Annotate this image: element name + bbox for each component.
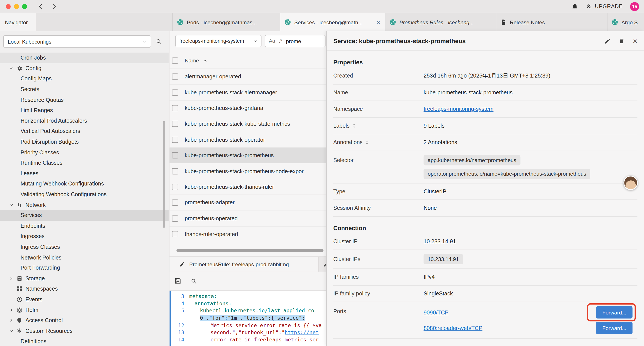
namespace-selector[interactable]: freeleaps-monitoring-system — [175, 35, 262, 47]
chevron-down-icon — [9, 329, 16, 333]
table-row[interactable]: kube-prometheus-stack-prometheus — [170, 148, 326, 164]
sidebar-item-definitions[interactable]: Definitions — [0, 336, 169, 346]
table-row[interactable]: kube-prometheus-stack-alertmanager — [170, 85, 326, 100]
sidebar-item-config-maps[interactable]: Config Maps — [0, 74, 169, 84]
close-icon[interactable]: × — [376, 19, 381, 26]
edit-icon[interactable] — [604, 37, 611, 44]
dock-tab-partial[interactable] — [318, 257, 326, 272]
sort-icon[interactable] — [352, 123, 356, 128]
trash-icon[interactable] — [618, 37, 625, 44]
search-icon[interactable] — [190, 278, 197, 284]
notification-count-badge[interactable]: 15 — [630, 2, 639, 11]
tab-2[interactable]: Prometheus Rules - icecheng... — [385, 13, 496, 31]
row-checkbox[interactable] — [172, 137, 178, 143]
close-icon[interactable]: × — [632, 37, 638, 45]
sidebar-item-namespaces[interactable]: Namespaces — [0, 284, 169, 294]
sidebar-item-resource-quotas[interactable]: Resource Quotas — [0, 95, 169, 105]
row-checkbox[interactable] — [172, 121, 178, 127]
sidebar-item-ingresses[interactable]: Ingresses — [0, 231, 169, 242]
tab-1[interactable]: Services - icecheng@math...× — [280, 13, 385, 31]
sidebar-item-horizontal-pod-autoscalers[interactable]: Horizontal Pod Autoscalers — [0, 116, 169, 126]
tab-0[interactable]: Pods - icecheng@mathmas... — [173, 13, 280, 31]
table-row[interactable]: thanos-ruler-operated — [170, 226, 326, 242]
sort-icon[interactable] — [365, 140, 369, 145]
row-checkbox[interactable] — [172, 184, 178, 190]
table-row[interactable]: kube-prometheus-stack-thanos-ruler — [170, 179, 326, 195]
forward-arrow-icon[interactable] — [50, 3, 58, 10]
tab-3[interactable]: Release Notes — [496, 13, 608, 31]
back-arrow-icon[interactable] — [37, 3, 44, 10]
sidebar-item-network-policies[interactable]: Network Policies — [0, 252, 169, 263]
table-row[interactable]: kube-prometheus-stack-kube-state-metrics — [170, 116, 326, 132]
dock-tab-prometheusrule[interactable]: PrometheusRule: freeleaps-prod-rabbitmq — [170, 257, 318, 272]
sidebar: Local Kubeconfigs Cron JobsConfigConfig … — [0, 31, 170, 346]
sidebar-item-access-control[interactable]: Access Control — [0, 315, 169, 326]
sidebar-item-vertical-pod-autoscalers[interactable]: Vertical Pod Autoscalers — [0, 126, 169, 137]
sidebar-item-mutating-webhook-configurations[interactable]: Mutating Webhook Configurations — [0, 179, 169, 189]
bell-icon[interactable] — [572, 3, 578, 10]
namespace-link[interactable]: freeleaps-monitoring-system — [424, 106, 494, 112]
sidebar-item-secrets[interactable]: Secrets — [0, 84, 169, 95]
sidebar-item-storage[interactable]: Storage — [0, 273, 169, 284]
table-row[interactable]: kube-prometheus-stack-grafana — [170, 100, 326, 116]
row-checkbox[interactable] — [172, 74, 178, 80]
sort-asc-icon[interactable] — [202, 58, 207, 63]
row-checkbox[interactable] — [172, 200, 178, 206]
sidebar-item-runtime-classes[interactable]: Runtime Classes — [0, 158, 169, 168]
property-row: IP family policySingleStack — [333, 286, 638, 302]
sidebar-item-helm[interactable]: Helm — [0, 305, 169, 315]
row-checkbox[interactable] — [172, 152, 178, 159]
row-checkbox[interactable] — [172, 231, 178, 237]
search-icon[interactable] — [156, 38, 162, 45]
sidebar-scrollbar[interactable] — [163, 121, 165, 228]
upgrade-button[interactable]: UPGRADE — [586, 3, 622, 9]
sidebar-item-cron-jobs[interactable]: Cron Jobs — [0, 52, 169, 63]
sidebar-item-port-forwarding[interactable]: Port Forwarding — [0, 263, 169, 273]
sidebar-item-network[interactable]: Network — [0, 200, 169, 210]
sidebar-item-pod-disruption-budgets[interactable]: Pod Disruption Budgets — [0, 137, 169, 147]
table-row[interactable]: kube-prometheus-stack-prometheus-node-ex… — [170, 164, 326, 179]
kubeconfig-selector[interactable]: Local Kubeconfigs — [3, 35, 151, 47]
sidebar-item-events[interactable]: Events — [0, 294, 169, 305]
minimize-window-button[interactable] — [14, 4, 19, 9]
save-icon[interactable] — [174, 278, 182, 285]
table-row[interactable]: prometheus-adapter — [170, 195, 326, 211]
sidebar-item-label: Events — [26, 296, 42, 303]
floating-avatar[interactable] — [624, 176, 638, 190]
search-input[interactable]: Aa .* prome — [265, 35, 326, 47]
regex-toggle[interactable]: .* — [279, 38, 282, 44]
horizontal-scrollbar[interactable] — [176, 249, 323, 252]
sidebar-item-limit-ranges[interactable]: Limit Ranges — [0, 105, 169, 116]
select-all-checkbox[interactable] — [172, 57, 178, 63]
name-column-header[interactable]: Name — [185, 57, 199, 63]
row-checkbox[interactable] — [172, 215, 178, 221]
sidebar-item-validating-webhook-configurations[interactable]: Validating Webhook Configurations — [0, 189, 169, 200]
sidebar-item-priority-classes[interactable]: Priority Classes — [0, 147, 169, 158]
yaml-editor[interactable]: 3metadata:4annotations:5kubectl.kubernet… — [170, 291, 326, 346]
row-checkbox[interactable] — [172, 168, 178, 174]
table-row[interactable]: alertmanager-operated — [170, 69, 326, 85]
sidebar-item-services[interactable]: Services — [0, 210, 169, 221]
sidebar-item-label: Port Forwarding — [20, 265, 60, 271]
match-case-toggle[interactable]: Aa — [269, 38, 275, 44]
sidebar-item-endpoints[interactable]: Endpoints — [0, 221, 169, 231]
sidebar-item-ingress-classes[interactable]: Ingress Classes — [0, 242, 169, 252]
maximize-window-button[interactable] — [22, 4, 27, 9]
property-value: 2 Annotations — [424, 139, 457, 145]
row-checkbox[interactable] — [172, 105, 178, 111]
forward-button[interactable]: Forward... — [596, 322, 632, 334]
sidebar-item-custom-resources[interactable]: Custom Resources — [0, 326, 169, 336]
port-link[interactable]: 9090/TCP — [424, 309, 448, 315]
row-checkbox[interactable] — [172, 89, 178, 95]
close-window-button[interactable] — [6, 4, 10, 9]
sidebar-item-config[interactable]: Config — [0, 63, 169, 74]
table-row[interactable]: kube-prometheus-stack-operator — [170, 132, 326, 148]
table-row[interactable]: prometheus-operated — [170, 211, 326, 226]
forward-button[interactable]: Forward... — [596, 306, 632, 319]
code-line: 3metadata: — [171, 293, 326, 300]
sidebar-item-leases[interactable]: Leases — [0, 168, 169, 179]
service-name: kube-prometheus-stack-prometheus-node-ex… — [185, 168, 304, 174]
kubernetes-icon — [390, 19, 396, 25]
port-link[interactable]: 8080:reloader-web/TCP — [424, 325, 482, 331]
tab-4[interactable]: Argo S — [608, 13, 644, 31]
